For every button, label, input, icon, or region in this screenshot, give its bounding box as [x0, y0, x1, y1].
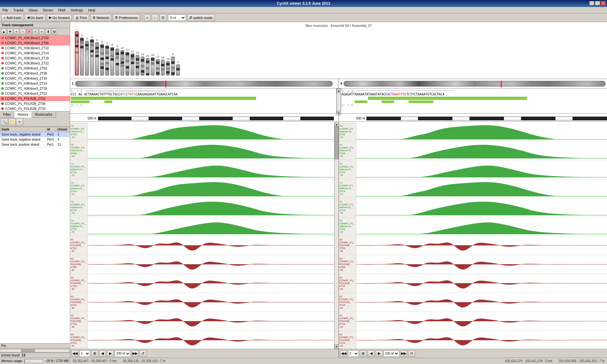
- vscroll-tracks-left[interactable]: ▲ ▼: [334, 122, 339, 349]
- network-button[interactable]: ⊕ Network: [90, 14, 111, 21]
- track-opt1-button[interactable]: ▪: [33, 29, 38, 34]
- nav-amount-select-right[interactable]: 100 nt500 nt1 knt: [383, 350, 399, 357]
- track-list-item-7[interactable]: CCNRC_P1_H3K4me3_ZT06: [0, 71, 70, 76]
- switch-mode-button[interactable]: ⇄ switch mode: [187, 14, 215, 21]
- nav-prev-prev-right[interactable]: ◀◀: [340, 350, 347, 357]
- chromosome-item-12[interactable]: 12: [131, 50, 134, 76]
- chromosome-item-Y[interactable]: Y: [176, 61, 180, 76]
- maximize-button[interactable]: □: [595, 1, 600, 5]
- chromosome-item-5[interactable]: 5: [95, 39, 99, 76]
- track-list-item-8[interactable]: CCNRC_P1_H3K4me3_ZT10: [0, 76, 70, 81]
- nav-expand-right[interactable]: ⊞: [360, 350, 367, 357]
- menu-genes[interactable]: Genes: [41, 8, 54, 12]
- chromosome-item-19[interactable]: 19: [166, 58, 170, 76]
- zoom-out-button[interactable]: −: [152, 14, 158, 21]
- chromosome-item-14[interactable]: 14: [141, 53, 144, 76]
- zoom-reset-button[interactable]: ⊡: [159, 14, 167, 21]
- chromosome-item-1[interactable]: 1: [75, 29, 79, 76]
- chromosome-item-13[interactable]: 13: [136, 51, 139, 76]
- minimize-button[interactable]: _: [589, 1, 594, 5]
- track-list-item-1[interactable]: CCNRC_P1_H3K36me3_ZT06: [0, 40, 70, 46]
- nav-next-right[interactable]: ▶: [376, 350, 383, 357]
- vscroll-tracks-up-left[interactable]: ▲: [334, 122, 339, 127]
- vscroll-tracks-thumb-left[interactable]: [334, 127, 339, 159]
- filter-add-button[interactable]: +: [16, 118, 23, 125]
- track-list-item-4[interactable]: CCNRC_P1_H3K36me3_ZT18: [0, 56, 70, 61]
- track-add-button[interactable]: +: [14, 29, 19, 34]
- zoom-level-select[interactable]: 0 nt 100 nt 500 nt 1 knt: [168, 15, 186, 21]
- nav-prev-right[interactable]: ◀: [368, 350, 375, 357]
- chromosome-item-6[interactable]: 6: [100, 40, 104, 76]
- menu-tracks[interactable]: Tracks: [12, 8, 25, 12]
- menu-views[interactable]: Views: [27, 8, 39, 12]
- chromosome-item-2[interactable]: 2: [80, 34, 84, 76]
- chromosome-item-17[interactable]: 17: [156, 55, 160, 76]
- chromosome-item-X[interactable]: X: [171, 53, 175, 76]
- track-list-item-11[interactable]: CCNRC_P1_H3K4me3_ZT22: [0, 91, 70, 96]
- track-remove-button[interactable]: −: [20, 29, 26, 34]
- nav-refresh-right[interactable]: ↺: [408, 350, 415, 357]
- vscroll-tracks-down-left[interactable]: ▼: [334, 344, 339, 349]
- tab-history[interactable]: History: [14, 112, 32, 118]
- track-list-item-0[interactable]: CCNRC_P1_H3K36me3_ZT02: [0, 35, 70, 40]
- tab-bookmarks[interactable]: Bookmarks: [32, 112, 56, 118]
- track-list-item-12[interactable]: CCNRC_P1_POLR2B_ZT02: [0, 96, 70, 101]
- track-list-item-9[interactable]: CCNRC_P1_H3K4me3_ZT14: [0, 81, 70, 86]
- zoom-in-button[interactable]: +: [144, 14, 150, 21]
- nav-zoom-select-right[interactable]: 2510: [348, 350, 359, 357]
- horizontal-scrollbar-track[interactable]: [0, 349, 70, 352]
- chromosome-item-11[interactable]: 11: [126, 48, 129, 76]
- tab-filter[interactable]: Filter: [0, 112, 14, 118]
- filter-table-row-0[interactable]: Gene track, negative strandPer21: [0, 132, 70, 137]
- nav-prev-prev-left[interactable]: ◀◀: [71, 350, 78, 357]
- track-opt3-button[interactable]: ⬆: [45, 29, 51, 34]
- menu-dna[interactable]: DNA: [57, 8, 67, 12]
- nav-next-next-left[interactable]: ▶▶: [132, 350, 138, 357]
- nav-next-left[interactable]: ▶: [107, 350, 114, 357]
- menu-help[interactable]: Help: [87, 8, 97, 12]
- chromosome-item-9[interactable]: 9: [115, 45, 119, 76]
- filter-search-button[interactable]: 🔍: [1, 118, 8, 125]
- track-down-button[interactable]: ▼: [7, 29, 13, 34]
- nav-amount-select-left[interactable]: 100 nt500 nt1 knt: [115, 350, 131, 357]
- preferences-button[interactable]: ⚙ Preferences: [113, 14, 140, 21]
- menu-file[interactable]: File: [1, 8, 9, 12]
- nav-refresh-left[interactable]: ↺: [139, 350, 146, 357]
- filter-folder-button[interactable]: 📁: [9, 118, 15, 125]
- chromosome-item-3[interactable]: 3: [85, 37, 89, 76]
- nav-expand-left[interactable]: ⊞: [91, 350, 98, 357]
- go-forward-button[interactable]: ▶ Go forward: [47, 14, 72, 21]
- track-opt4-button[interactable]: ⚙: [52, 29, 57, 34]
- vscroll-down-left[interactable]: ▼: [337, 111, 341, 115]
- chromosome-item-10[interactable]: 10: [120, 46, 124, 76]
- chromosome-item-16[interactable]: 16: [151, 53, 155, 76]
- track-list-item-14[interactable]: CCNRC_P1_POLR2B_ZT10: [0, 106, 70, 111]
- track-opt2-button[interactable]: ▪: [39, 29, 45, 34]
- filter-table-row-1[interactable]: Gene track, negative strandPer34: [0, 137, 70, 142]
- track-list-item-13[interactable]: CCNRC_P1_POLR2B_ZT06: [0, 101, 70, 106]
- track-close-button[interactable]: ×: [26, 29, 32, 34]
- track-list-item-6[interactable]: CCNRC_P1_H3K4me3_ZT02: [0, 66, 70, 71]
- vscroll-up-left[interactable]: ▲: [337, 88, 341, 93]
- left-scrollbar[interactable]: [0, 348, 70, 353]
- menu-settings[interactable]: Settings: [69, 8, 84, 12]
- chromosome-item-7[interactable]: 7: [105, 42, 109, 76]
- nav-prev-left[interactable]: ◀: [99, 350, 106, 357]
- chromosome-item-18[interactable]: 18: [161, 56, 165, 76]
- nav-next-next-right[interactable]: ▶▶: [400, 350, 407, 357]
- close-button[interactable]: ×: [601, 1, 606, 5]
- chromosome-item-15[interactable]: 15: [146, 54, 150, 76]
- vscroll-tracks-track-left[interactable]: [334, 127, 339, 344]
- vscroll-track-left[interactable]: [337, 93, 341, 111]
- track-up-button[interactable]: ▲: [1, 29, 7, 34]
- print-button[interactable]: 🖨 Print: [73, 14, 89, 21]
- go-back-button[interactable]: ◀ Go back: [25, 14, 46, 21]
- chromosome-item-8[interactable]: 8: [110, 43, 114, 76]
- horizontal-scrollbar-thumb[interactable]: [21, 349, 35, 352]
- filter-table-row-2[interactable]: Gene track, positive strandPer111: [0, 142, 70, 147]
- nav-zoom-select-left[interactable]: 2510: [79, 350, 90, 357]
- vscroll-left[interactable]: ▲ ▼: [337, 88, 341, 115]
- add-track-button[interactable]: + Add track: [1, 14, 23, 21]
- track-list-item-5[interactable]: CCNRC_P1_H3K36me3_ZT22: [0, 61, 70, 66]
- track-list-item-2[interactable]: CCNRC_P1_H3K36me3_ZT10: [0, 46, 70, 51]
